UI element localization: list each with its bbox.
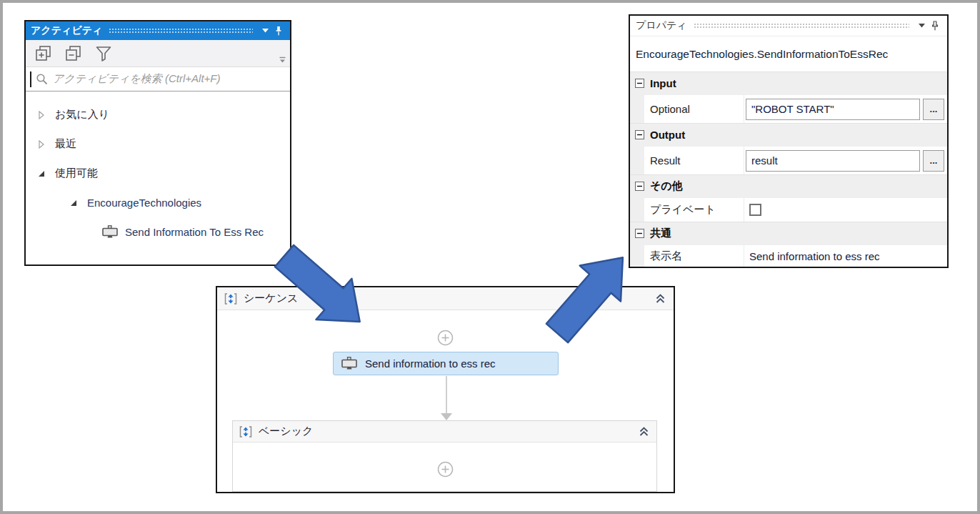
section-label: その他: [650, 179, 683, 193]
search-placeholder: アクティビティを検索 (Ctrl+Alt+F): [53, 72, 221, 86]
collapse-section-icon[interactable]: [635, 130, 644, 139]
tree-item-favorites[interactable]: お気に入り: [26, 100, 290, 129]
collapse-all-button[interactable]: [64, 44, 83, 63]
row-gutter: [630, 198, 644, 222]
properties-title-bar[interactable]: プロパティ: [630, 16, 947, 36]
tree-item-available[interactable]: 使用可能: [26, 159, 290, 188]
pin-icon: [930, 21, 940, 31]
expand-all-icon: [34, 44, 53, 63]
property-row-display-name: 表示名 Send information to ess rec: [630, 244, 947, 267]
sequence-designer: シーケンス Send information to ess: [216, 286, 675, 493]
text-caret: [30, 71, 31, 87]
tree-item-label: EncourageTechnologies: [87, 197, 201, 209]
row-gutter: [630, 95, 644, 123]
chevron-down-icon: [262, 29, 269, 33]
collapse-basic-button[interactable]: [638, 425, 650, 438]
section-header-output[interactable]: Output: [630, 123, 947, 146]
sequence-title: シーケンス: [244, 292, 298, 305]
section-header-input[interactable]: Input: [630, 71, 947, 94]
collapse-all-icon: [64, 44, 83, 63]
drag-handle-dots: [109, 28, 253, 34]
collapse-section-icon[interactable]: [635, 182, 644, 191]
basic-sequence-title: ベーシック: [259, 425, 313, 438]
basic-sequence: ベーシック: [232, 420, 657, 492]
property-row-optional: Optional "ROBOT START" ...: [630, 94, 947, 123]
double-chevron-up-icon: [654, 292, 666, 305]
result-value-input[interactable]: result: [746, 150, 920, 172]
sequence-icon: [224, 292, 237, 305]
property-label: プライベート: [644, 198, 744, 222]
activity-icon: [101, 225, 119, 239]
basic-sequence-header[interactable]: ベーシック: [233, 421, 656, 443]
property-label: Result: [644, 147, 744, 174]
optional-value-input[interactable]: "ROBOT START": [746, 99, 920, 120]
pin-icon: [274, 26, 284, 36]
property-row-result: Result result ...: [630, 146, 947, 174]
double-chevron-up-icon: [638, 425, 650, 438]
properties-panel: プロパティ EncourageTechnologies.SendInformat…: [629, 14, 949, 268]
window-position-button[interactable]: [259, 24, 272, 37]
display-name-value[interactable]: Send information to ess rec: [746, 250, 880, 262]
tree-item-send-information-to-ess-rec[interactable]: Send Information To Ess Rec: [26, 217, 290, 247]
collapse-section-icon[interactable]: [635, 79, 644, 88]
tree-item-encourage-technologies[interactable]: EncourageTechnologies: [26, 188, 290, 217]
tree-item-label: 最近: [55, 137, 76, 151]
activities-panel-title: アクティビティ: [31, 24, 102, 37]
activities-tree: お気に入り 最近 使用可能 EncourageTechnologies: [26, 92, 290, 247]
toolbar-overflow-button[interactable]: [279, 56, 286, 64]
toolbar-overflow-icon: [279, 56, 286, 64]
activities-panel: アクティビティ: [24, 20, 291, 266]
add-activity-icon: [437, 330, 454, 346]
flow-connector: [446, 376, 447, 413]
sequence-header[interactable]: シーケンス: [217, 287, 674, 310]
section-label: Input: [650, 77, 676, 89]
row-gutter: [630, 245, 644, 267]
expander-expanded-icon[interactable]: [37, 170, 46, 177]
activities-search-input[interactable]: アクティビティを検索 (Ctrl+Alt+F): [26, 67, 290, 92]
filter-button[interactable]: [94, 44, 113, 63]
selected-activity-class-name: EncourageTechnologies.SendInformationToE…: [630, 36, 947, 71]
chevron-down-icon: [919, 24, 926, 28]
properties-panel-title: プロパティ: [636, 19, 687, 32]
private-checkbox[interactable]: [749, 204, 761, 216]
expander-expanded-icon[interactable]: [69, 199, 78, 207]
tree-item-recent[interactable]: 最近: [26, 129, 290, 159]
row-gutter: [630, 147, 644, 174]
filter-icon: [94, 44, 113, 63]
activity-icon: [341, 357, 358, 370]
section-header-other[interactable]: その他: [630, 174, 947, 197]
expand-all-button[interactable]: [34, 44, 53, 63]
pin-button[interactable]: [929, 19, 941, 32]
window-position-button[interactable]: [916, 19, 929, 32]
expander-collapsed-icon[interactable]: [37, 140, 46, 149]
optional-ellipsis-button[interactable]: ...: [923, 99, 944, 120]
tree-item-label: お気に入り: [55, 108, 109, 122]
result-ellipsis-button[interactable]: ...: [923, 150, 944, 172]
activity-node-send-information[interactable]: Send information to ess rec: [333, 352, 559, 375]
drag-handle-dots: [694, 23, 909, 29]
property-label: Optional: [644, 95, 744, 123]
section-header-common[interactable]: 共通: [630, 222, 947, 244]
collapse-sequence-button[interactable]: [654, 292, 666, 305]
collapse-section-icon[interactable]: [635, 229, 644, 238]
pin-button[interactable]: [272, 24, 285, 37]
sequence-icon: [239, 425, 252, 438]
add-activity-button[interactable]: [437, 461, 454, 478]
section-label: 共通: [650, 227, 671, 240]
search-icon: [36, 73, 49, 86]
flow-connector-arrowhead: [441, 413, 452, 420]
tree-item-label: 使用可能: [55, 167, 98, 180]
expander-collapsed-icon[interactable]: [37, 111, 46, 119]
property-label: 表示名: [644, 245, 744, 267]
add-activity-button[interactable]: [437, 330, 454, 346]
property-row-private: プライベート: [630, 197, 947, 222]
tree-item-label: Send Information To Ess Rec: [125, 226, 264, 238]
section-label: Output: [650, 129, 685, 141]
add-activity-icon: [437, 461, 454, 478]
screenshot-frame: アクティビティ: [0, 0, 980, 514]
activity-node-label: Send information to ess rec: [365, 357, 496, 370]
activities-toolbar: [26, 40, 290, 67]
activities-title-bar[interactable]: アクティビティ: [26, 21, 290, 40]
